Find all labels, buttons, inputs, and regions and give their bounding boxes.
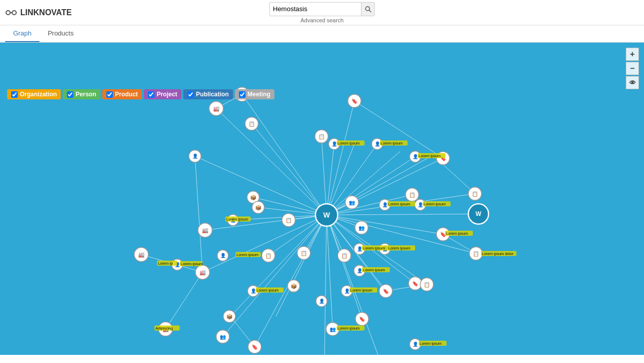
node-proj-10[interactable]: 📋 bbox=[468, 187, 481, 200]
search-input[interactable] bbox=[270, 3, 361, 16]
label-text-15: Lorem ipsum bbox=[181, 262, 203, 266]
svg-text:🔖: 🔖 bbox=[359, 316, 366, 322]
svg-text:👤: 👤 bbox=[332, 141, 338, 147]
filter-person-label: Person bbox=[75, 91, 96, 98]
node-proj-1[interactable]: 📋 bbox=[245, 117, 258, 130]
node-person-15[interactable]: 👤 bbox=[316, 296, 327, 307]
node-pub-1[interactable]: 🔖 bbox=[348, 94, 361, 107]
svg-text:👥: 👥 bbox=[220, 334, 226, 340]
zoom-controls: + − 👁 bbox=[626, 48, 639, 89]
filter-project-checkbox[interactable] bbox=[148, 91, 154, 98]
zoom-out-button[interactable]: − bbox=[626, 62, 639, 75]
search-container: Advanced search bbox=[269, 2, 375, 23]
svg-text:👤: 👤 bbox=[413, 341, 419, 347]
svg-text:📋: 📋 bbox=[301, 250, 307, 257]
search-button[interactable] bbox=[361, 3, 374, 16]
filter-publication-label: Publication bbox=[196, 91, 229, 98]
svg-text:📋: 📋 bbox=[473, 250, 479, 257]
label-text-4: Lorem ipsum bbox=[388, 202, 410, 206]
tab-graph[interactable]: Graph bbox=[5, 25, 39, 42]
center-node[interactable]: W bbox=[315, 204, 338, 226]
node-product-3[interactable]: 📦 bbox=[288, 280, 300, 292]
svg-text:👤: 👤 bbox=[192, 153, 198, 159]
label-text-6: Lorem ipsum bbox=[363, 246, 385, 250]
filter-person-checkbox[interactable] bbox=[67, 91, 73, 98]
svg-text:📋: 📋 bbox=[318, 133, 325, 140]
svg-line-54 bbox=[166, 272, 203, 329]
svg-text:👤: 👤 bbox=[413, 154, 419, 160]
logo-icon bbox=[5, 8, 17, 17]
label-text-5: Lorem ipsum bbox=[424, 202, 446, 206]
svg-line-4 bbox=[369, 10, 371, 12]
svg-text:🔖: 🔖 bbox=[351, 98, 358, 104]
node-org-3[interactable]: 🏭 bbox=[195, 265, 210, 279]
svg-text:👥: 👥 bbox=[349, 199, 355, 206]
svg-text:👤: 👤 bbox=[357, 268, 363, 274]
node-person-1[interactable]: 👤 bbox=[189, 150, 201, 162]
filter-product[interactable]: Product bbox=[102, 89, 142, 99]
label-text-19: Lorem ipsum bbox=[446, 231, 468, 236]
filter-project-label: Project bbox=[156, 91, 177, 98]
node-proj-7[interactable]: 📋 bbox=[297, 246, 310, 260]
filter-project[interactable]: Project bbox=[144, 89, 181, 99]
svg-text:📋: 📋 bbox=[286, 217, 292, 224]
svg-text:👤: 👤 bbox=[319, 298, 325, 304]
svg-text:👤: 👤 bbox=[382, 202, 388, 208]
filter-person[interactable]: Person bbox=[63, 89, 100, 99]
filter-product-checkbox[interactable] bbox=[106, 91, 113, 98]
node-pub-4[interactable]: 🔖 bbox=[379, 284, 392, 298]
node-proj-5[interactable]: 📋 bbox=[262, 249, 275, 262]
node-person-13[interactable]: 👤 bbox=[217, 250, 228, 261]
advanced-search-link[interactable]: Advanced search bbox=[301, 17, 344, 23]
node-proj-6[interactable]: 📋 bbox=[282, 213, 295, 227]
filter-meeting[interactable]: Meeting bbox=[235, 89, 274, 99]
svg-text:👤: 👤 bbox=[357, 246, 363, 252]
node-proj-9[interactable]: 📋 bbox=[469, 247, 482, 260]
svg-point-3 bbox=[366, 7, 370, 11]
svg-text:📋: 📋 bbox=[409, 192, 416, 198]
filter-publication-checkbox[interactable] bbox=[187, 91, 194, 98]
node-meeting-2[interactable]: 👥 bbox=[345, 196, 358, 209]
label-text-16: Lorem ip bbox=[158, 261, 173, 266]
svg-point-0 bbox=[6, 11, 10, 15]
svg-text:🏭: 🏭 bbox=[202, 227, 209, 234]
filter-org-checkbox[interactable] bbox=[11, 91, 18, 98]
graph-area: Organization Person Product Project Publ… bbox=[0, 43, 644, 355]
filter-organization[interactable]: Organization bbox=[7, 89, 61, 99]
label-text-2: Lorem ipsum bbox=[381, 141, 402, 146]
svg-line-51 bbox=[324, 215, 327, 355]
svg-line-27 bbox=[230, 215, 327, 316]
node-org-2[interactable]: 🏭 bbox=[198, 223, 212, 237]
filter-org-label: Organization bbox=[20, 91, 57, 98]
node-product-2[interactable]: 📦 bbox=[252, 201, 264, 213]
node-pub-5[interactable]: 🔖 bbox=[248, 340, 261, 353]
svg-line-20 bbox=[327, 215, 443, 234]
node-proj-4[interactable]: 📋 bbox=[420, 278, 433, 291]
node-pub-3[interactable]: 🔖 bbox=[409, 277, 422, 290]
node-proj-2[interactable]: 📋 bbox=[315, 130, 328, 143]
filter-meeting-checkbox[interactable] bbox=[239, 91, 246, 98]
tab-products[interactable]: Products bbox=[39, 25, 82, 42]
label-text-11: Lorem ipsum bbox=[236, 252, 258, 257]
label-text-1: Lorem ipsum bbox=[338, 141, 359, 146]
node-org-4[interactable]: 🏭 bbox=[134, 247, 148, 262]
svg-text:🏭: 🏭 bbox=[213, 105, 220, 112]
node-meeting-3[interactable]: 👥 bbox=[355, 221, 368, 234]
label-text-9: Lorem ipsum bbox=[350, 288, 372, 293]
node-meeting-4[interactable]: 👥 bbox=[216, 330, 229, 343]
svg-text:🏭: 🏭 bbox=[199, 269, 206, 276]
zoom-eye-button[interactable]: 👁 bbox=[626, 76, 639, 89]
node-proj-8[interactable]: 📋 bbox=[338, 249, 351, 262]
node-proj-3[interactable]: 📋 bbox=[406, 188, 419, 201]
node-pub-6[interactable]: 🔖 bbox=[355, 312, 369, 325]
header: LINKNOVATE Advanced search bbox=[0, 0, 644, 25]
filter-publication[interactable]: Publication bbox=[183, 89, 233, 99]
node-org-1[interactable]: 🏭 bbox=[209, 101, 223, 116]
hub-node-right[interactable]: W bbox=[468, 204, 489, 224]
zoom-in-button[interactable]: + bbox=[626, 48, 639, 61]
svg-text:👤: 👤 bbox=[344, 288, 350, 294]
svg-text:🏭: 🏭 bbox=[138, 251, 145, 258]
svg-line-18 bbox=[327, 214, 478, 215]
node-product-4[interactable]: 📦 bbox=[223, 310, 235, 322]
svg-text:📋: 📋 bbox=[472, 191, 478, 197]
